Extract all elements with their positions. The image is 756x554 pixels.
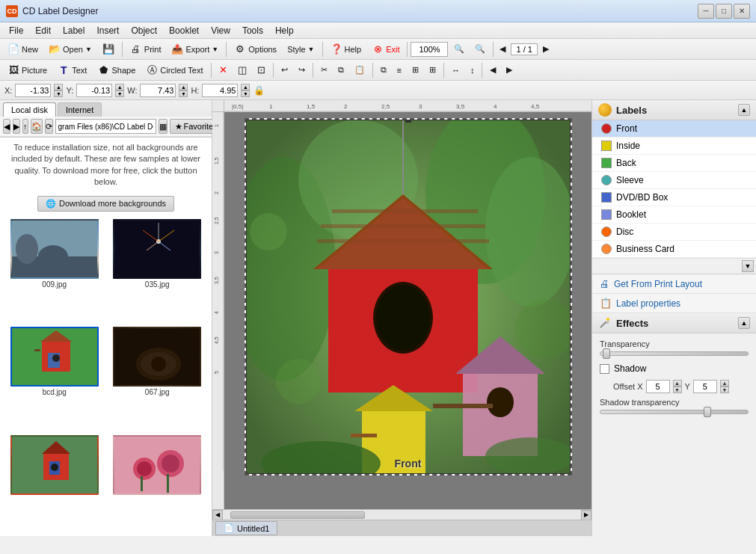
thumbnail-item[interactable]: 067.jpg bbox=[108, 327, 208, 431]
flip-h-button[interactable]: ↔ bbox=[447, 62, 464, 79]
offset-y-spinner[interactable]: ▲ ▼ bbox=[720, 380, 729, 393]
label-item-back[interactable]: Back bbox=[592, 155, 756, 172]
scrollbar-thumb[interactable] bbox=[230, 511, 365, 519]
scrollbar-horizontal[interactable]: ◀ ▶ bbox=[212, 509, 591, 520]
distribute-button[interactable]: ⊞ bbox=[408, 62, 423, 79]
nav-refresh-button[interactable]: ⟳ bbox=[45, 119, 53, 134]
label-item-sleeve[interactable]: Sleeve bbox=[592, 172, 756, 189]
view-toggle-button[interactable]: ▦ bbox=[159, 119, 168, 134]
tb-btn-2[interactable]: ⊡ bbox=[253, 62, 270, 79]
offset-x-up[interactable]: ▲ bbox=[673, 380, 682, 387]
x-down[interactable]: ▼ bbox=[54, 90, 63, 97]
w-down[interactable]: ▼ bbox=[179, 90, 188, 97]
scroll-left-button[interactable]: ◀ bbox=[212, 510, 223, 520]
transparency-slider[interactable] bbox=[600, 351, 749, 356]
w-spinner[interactable]: ▲ ▼ bbox=[179, 84, 188, 97]
w-up[interactable]: ▲ bbox=[179, 84, 188, 90]
h-input[interactable] bbox=[202, 84, 238, 97]
circled-text-button[interactable]: Ⓐ Circled Text bbox=[141, 62, 207, 79]
offset-y-input[interactable] bbox=[693, 380, 717, 393]
zoom-out-button[interactable]: 🔍 bbox=[470, 41, 490, 58]
shadow-transparency-slider[interactable] bbox=[600, 410, 749, 414]
h-spinner[interactable]: ▲ ▼ bbox=[241, 84, 250, 97]
exit-button[interactable]: ⊗ Exit bbox=[367, 41, 404, 58]
offset-y-up[interactable]: ▲ bbox=[720, 380, 729, 387]
undo-button[interactable]: ↩ bbox=[277, 62, 292, 79]
menu-help[interactable]: Help bbox=[269, 24, 300, 37]
thumbnail-item[interactable] bbox=[108, 435, 208, 532]
tab-local-disk[interactable]: Local disk bbox=[3, 102, 56, 117]
offset-x-spinner[interactable]: ▲ ▼ bbox=[673, 380, 682, 393]
zoom-display[interactable]: 100% bbox=[411, 42, 448, 57]
menu-label[interactable]: Label bbox=[57, 24, 90, 37]
offset-x-input[interactable] bbox=[646, 380, 670, 393]
label-item-dvd[interactable]: DVD/BD Box bbox=[592, 189, 756, 206]
label-item-inside[interactable]: Inside bbox=[592, 138, 756, 155]
h-down[interactable]: ▼ bbox=[241, 90, 250, 97]
thumbnail-item[interactable]: 035.jpg bbox=[108, 219, 208, 324]
label-item-front[interactable]: Front bbox=[592, 120, 756, 138]
next-obj-button[interactable]: ▶ bbox=[502, 62, 517, 79]
group-button[interactable]: ⊞ bbox=[425, 62, 440, 79]
thumbnail-item[interactable] bbox=[4, 435, 105, 532]
open-button[interactable]: 📂 Open ▼ bbox=[44, 41, 96, 58]
menu-tools[interactable]: Tools bbox=[236, 24, 269, 37]
label-item-business-card[interactable]: Business Card bbox=[592, 241, 756, 258]
handle-top-center[interactable] bbox=[405, 120, 411, 123]
prev-obj-button[interactable]: ◀ bbox=[485, 62, 500, 79]
close-button[interactable]: ✕ bbox=[734, 4, 750, 19]
y-spinner[interactable]: ▲ ▼ bbox=[115, 84, 124, 97]
tb-btn-1[interactable]: ◫ bbox=[233, 62, 251, 79]
effects-header[interactable]: Effects ▲ bbox=[592, 313, 756, 333]
flip-v-button[interactable]: ↕ bbox=[466, 62, 479, 79]
offset-x-down[interactable]: ▼ bbox=[673, 387, 682, 393]
effects-collapse-button[interactable]: ▲ bbox=[738, 317, 750, 329]
thumbnail-item-selected[interactable]: bcd.jpg bbox=[4, 327, 105, 431]
options-button[interactable]: ⚙ Options bbox=[230, 41, 281, 58]
download-backgrounds-button[interactable]: 🌐 Download more backgrounds bbox=[37, 196, 174, 212]
shadow-transparency-thumb[interactable] bbox=[704, 407, 711, 417]
thumbnail-item[interactable]: 009.jpg bbox=[4, 219, 105, 324]
scroll-right-button[interactable]: ▶ bbox=[581, 510, 591, 520]
menu-object[interactable]: Object bbox=[125, 24, 163, 37]
nav-home-button[interactable]: 🏠 bbox=[31, 119, 43, 134]
nav-forward-button[interactable]: ▶ bbox=[13, 119, 20, 134]
maximize-button[interactable]: □ bbox=[716, 4, 732, 19]
canvas-frame[interactable]: Front bbox=[245, 118, 572, 475]
delete-button[interactable]: ✕ bbox=[215, 62, 232, 79]
menu-file[interactable]: File bbox=[3, 24, 29, 37]
labels-header[interactable]: Labels ▲ bbox=[592, 100, 756, 120]
x-input[interactable] bbox=[15, 84, 51, 97]
label-item-disc[interactable]: Disc bbox=[592, 224, 756, 241]
menu-insert[interactable]: Insert bbox=[90, 24, 125, 37]
label-scroll-down[interactable]: ▼ bbox=[742, 260, 754, 272]
help-button[interactable]: ❓ Help bbox=[326, 41, 366, 58]
y-input[interactable] bbox=[76, 84, 112, 97]
path-input[interactable] bbox=[55, 119, 156, 134]
minimize-button[interactable]: ─ bbox=[698, 4, 714, 19]
labels-collapse-button[interactable]: ▲ bbox=[738, 104, 750, 116]
print-button[interactable]: 🖨 Print bbox=[126, 41, 166, 58]
nav-up-button[interactable]: ↑ bbox=[22, 119, 28, 134]
y-up[interactable]: ▲ bbox=[115, 84, 124, 90]
cut-button[interactable]: ✂ bbox=[316, 62, 332, 79]
copy-button[interactable]: ⧉ bbox=[334, 62, 348, 79]
picture-button[interactable]: 🖼 Picture bbox=[3, 62, 52, 79]
x-spinner[interactable]: ▲ ▼ bbox=[54, 84, 63, 97]
transparency-thumb[interactable] bbox=[603, 348, 610, 359]
paste-button[interactable]: 📋 bbox=[350, 62, 369, 79]
text-button[interactable]: T Text bbox=[53, 62, 91, 79]
prev-page-button[interactable]: ◀ bbox=[497, 41, 508, 58]
w-input[interactable] bbox=[140, 84, 176, 97]
x-up[interactable]: ▲ bbox=[54, 84, 63, 90]
arrange-button[interactable]: ⧉ bbox=[376, 62, 391, 79]
get-from-print-layout-link[interactable]: 🖨 Get From Print Layout bbox=[592, 274, 756, 294]
style-button[interactable]: Style ▼ bbox=[283, 41, 319, 58]
canvas-scroll-area[interactable]: Front bbox=[224, 112, 591, 509]
offset-y-down[interactable]: ▼ bbox=[720, 387, 729, 393]
next-page-button[interactable]: ▶ bbox=[540, 41, 552, 58]
label-properties-link[interactable]: 📋 Label properties bbox=[592, 294, 756, 313]
new-button[interactable]: 📄 New bbox=[3, 41, 43, 58]
export-button[interactable]: 📤 Export ▼ bbox=[167, 41, 223, 58]
tab-internet[interactable]: Internet bbox=[58, 102, 102, 117]
